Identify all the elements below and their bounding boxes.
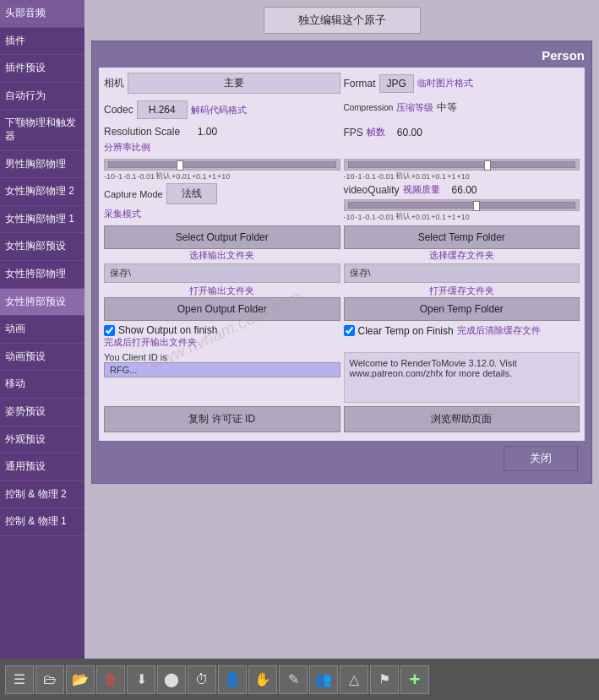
toolbar-hand-button[interactable]: ✋ [248, 665, 277, 694]
show-output-check-row: Show Output on finish [104, 324, 340, 336]
select-temp-purple: 选择缓存文件夹 [344, 249, 580, 262]
sidebar: 头部音频 插件 插件预设 自动行为 下颚物理和触发器 男性胸部物理 女性胸部物理… [0, 0, 84, 659]
save-output-label: 保存\ [110, 267, 131, 279]
capture-section: Capture Mode 法线 采集模式 [104, 183, 340, 224]
sidebar-item-3[interactable]: 自动行为 [0, 83, 84, 111]
vq-slider[interactable] [348, 202, 576, 209]
toolbar-add-button[interactable]: + [400, 665, 429, 694]
select-output-button[interactable]: Select Output Folder [104, 225, 340, 249]
compression-purple-label: 压缩等级 [396, 101, 433, 114]
resolution-slider[interactable] [108, 161, 336, 168]
atom-edit-button[interactable]: 独立编辑这个原子 [264, 7, 421, 34]
sidebar-item-7[interactable]: 女性胸部物理 1 [0, 206, 84, 234]
sidebar-item-8[interactable]: 女性胸部预设 [0, 233, 84, 261]
sidebar-item-9[interactable]: 女性胯部物理 [0, 261, 84, 289]
compression-section: Compression 压缩等级 中等 [344, 100, 580, 122]
toolbar-flag-button[interactable]: ⚑ [370, 665, 399, 694]
clear-temp-purple: 完成后清除缓存文件 [457, 324, 541, 337]
show-output-purple: 完成后打开输出文件夹 [104, 336, 340, 349]
open-output-purple: 打开输出文件夹 [104, 285, 340, 297]
fps-section: FPS 帧数 60.00 [344, 126, 580, 157]
toolbar-person-button[interactable]: 👤 [218, 665, 247, 694]
toolbar-shapes-button[interactable]: ⬤ [157, 665, 186, 694]
compression-level: 中等 [437, 100, 457, 115]
vq-purple: 视频质量 [403, 183, 440, 196]
fps-label: FPS [344, 127, 363, 138]
toolbar-clock-button[interactable]: ⏱ [188, 665, 216, 694]
clear-temp-checkbox[interactable] [344, 325, 355, 336]
toolbar-folder-button[interactable]: 🗁 [35, 665, 64, 694]
plugin-panel: Person 相机 主要 Format JPG 临时图片格式 Codec [91, 41, 592, 484]
toolbar-download-button[interactable]: ⬇ [127, 665, 155, 694]
format-label: Format [344, 78, 376, 90]
resolution-purple: 分辨率比例 [104, 141, 150, 154]
open-output-button[interactable]: Open Output Folder [104, 297, 340, 321]
open-temp-button[interactable]: Open Temp Folder [344, 297, 580, 321]
browse-help-button[interactable]: 浏览帮助页面 [344, 406, 580, 432]
close-button[interactable]: 关闭 [504, 446, 578, 471]
sidebar-item-17[interactable]: 控制 & 物理 2 [0, 481, 84, 509]
save-output-row: 保存\ [104, 263, 340, 283]
client-id-section: You Client ID is RFG... [104, 352, 340, 403]
sidebar-item-12[interactable]: 动画预设 [0, 344, 84, 372]
fps-purple: 帧数 [367, 126, 385, 138]
format-purple-label: 临时图片格式 [417, 77, 473, 90]
capture-label: Capture Mode [104, 189, 163, 199]
toolbar-edit-button[interactable]: ✎ [279, 665, 308, 694]
codec-purple-label: 解码代码格式 [191, 104, 247, 117]
camera-label: 相机 [104, 76, 124, 90]
sidebar-item-18[interactable]: 控制 & 物理 1 [0, 508, 84, 536]
show-output-section: Show Output on finish 完成后打开输出文件夹 [104, 324, 340, 349]
capture-value[interactable]: 法线 [166, 183, 217, 204]
sidebar-item-13[interactable]: 移动 [0, 371, 84, 399]
clear-temp-label: Clear Temp on Finish [358, 325, 454, 337]
open-output-section: 打开输出文件夹 Open Output Folder [104, 285, 340, 321]
format-row: Format JPG 临时图片格式 [344, 73, 580, 94]
fps-value: 60.00 [389, 127, 422, 138]
panel-title: Person [99, 48, 585, 62]
toolbar-delete-button[interactable]: 🗑 [96, 665, 125, 694]
toolbar-triangle-button[interactable]: △ [340, 665, 368, 694]
sidebar-item-2[interactable]: 插件预设 [0, 55, 84, 83]
fps-slider-container: -10-1-0.1-0.01初认+0.01+0.1+1+10 [344, 159, 580, 182]
sidebar-item-16[interactable]: 通用预设 [0, 453, 84, 481]
toolbar-person2-button[interactable]: 👥 [309, 665, 338, 694]
clear-temp-check-row: Clear Temp on Finish 完成后清除缓存文件 [344, 324, 580, 337]
resolution-slider-container: -10-1-0.1-0.01初认+0.01+0.1+1+10 [104, 159, 340, 182]
sidebar-item-0[interactable]: 头部音频 [0, 0, 84, 28]
copy-license-button[interactable]: 复制 许可证 ID [104, 406, 340, 432]
sidebar-item-14[interactable]: 姿势预设 [0, 399, 84, 426]
show-output-checkbox[interactable] [104, 325, 115, 336]
toolbar-open-button[interactable]: 📂 [66, 665, 95, 694]
clear-temp-section: Clear Temp on Finish 完成后清除缓存文件 [344, 324, 580, 349]
inner-panel: 相机 主要 Format JPG 临时图片格式 Codec H.264 解码代码… [99, 68, 585, 441]
select-temp-button[interactable]: Select Temp Folder [344, 225, 580, 249]
close-btn-row: 关闭 [99, 441, 585, 476]
codec-label: Codec [104, 104, 133, 116]
save-temp-label: 保存\ [350, 267, 371, 279]
toolbar-menu-button[interactable]: ☰ [5, 665, 34, 694]
sidebar-item-4[interactable]: 下颚物理和触发器 [0, 110, 84, 150]
bottom-toolbar: ☰ 🗁 📂 🗑 ⬇ ⬤ ⏱ 👤 ✋ ✎ 👥 △ ⚑ + [0, 659, 599, 700]
resolution-value: 1.00 [183, 126, 217, 138]
temp-folder-section: Select Temp Folder 选择缓存文件夹 [344, 225, 580, 262]
vq-value: 66.00 [444, 184, 477, 196]
camera-value[interactable]: 主要 [128, 73, 340, 94]
sidebar-item-15[interactable]: 外观预设 [0, 426, 84, 454]
resolution-section: Resolution Scale 1.00 分辨率比例 [104, 126, 340, 157]
codec-section: Codec H.264 解码代码格式 [104, 100, 340, 122]
codec-value[interactable]: H.264 [137, 100, 188, 119]
sidebar-item-1[interactable]: 插件 [0, 28, 84, 56]
fps-slider[interactable] [348, 161, 576, 168]
sidebar-item-10[interactable]: 女性胯部预设 [0, 289, 84, 317]
client-id-label: You Client ID is [104, 352, 340, 362]
welcome-text: Welcome to RenderToMovie 3.12.0. Visit w… [344, 352, 580, 403]
show-output-label: Show Output on finish [118, 324, 217, 336]
sidebar-item-11[interactable]: 动画 [0, 316, 84, 344]
sidebar-item-6[interactable]: 女性胸部物理 2 [0, 178, 84, 206]
camera-row: 相机 主要 [104, 73, 340, 94]
sidebar-item-5[interactable]: 男性胸部物理 [0, 151, 84, 179]
format-value[interactable]: JPG [379, 74, 414, 93]
video-quality-section: videoQuality 视频质量 66.00 -10-1-0.1-0.01初认… [344, 183, 580, 224]
open-temp-section: 打开缓存文件夹 Open Temp Folder [344, 285, 580, 321]
